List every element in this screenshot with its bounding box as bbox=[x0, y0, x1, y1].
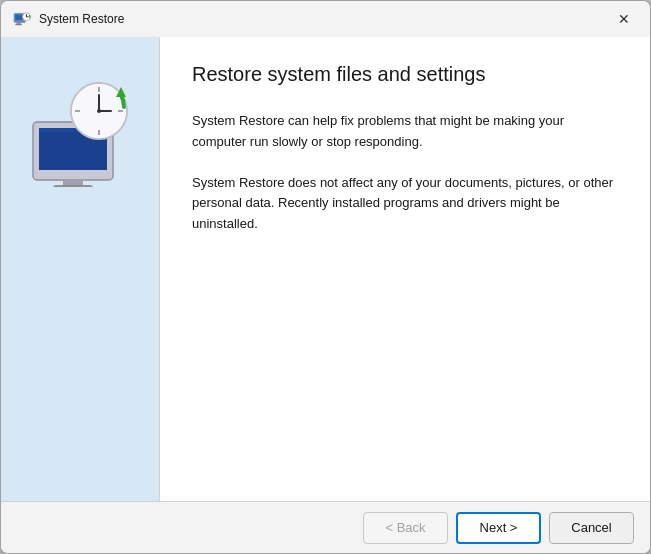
svg-rect-2 bbox=[16, 22, 21, 24]
content-area bbox=[192, 255, 618, 477]
description-block-1: System Restore can help fix problems tha… bbox=[192, 111, 618, 153]
sidebar bbox=[1, 37, 159, 501]
page-title: Restore system files and settings bbox=[192, 61, 618, 87]
window-body: Restore system files and settings System… bbox=[1, 37, 650, 501]
description-block-2: System Restore does not affect any of yo… bbox=[192, 173, 618, 235]
title-bar: System Restore ✕ bbox=[1, 1, 650, 37]
next-button[interactable]: Next > bbox=[456, 512, 541, 544]
system-restore-window: System Restore ✕ bbox=[0, 0, 651, 554]
svg-rect-3 bbox=[15, 24, 22, 25]
footer: < Back Next > Cancel bbox=[1, 501, 650, 553]
window-title: System Restore bbox=[39, 12, 610, 26]
description-text-2: System Restore does not affect any of yo… bbox=[192, 173, 618, 235]
svg-point-20 bbox=[97, 109, 101, 113]
main-content: Restore system files and settings System… bbox=[159, 37, 650, 501]
back-button[interactable]: < Back bbox=[363, 512, 448, 544]
title-bar-icon bbox=[13, 10, 31, 28]
sidebar-illustration bbox=[25, 77, 135, 187]
cancel-button[interactable]: Cancel bbox=[549, 512, 634, 544]
description-text-1: System Restore can help fix problems tha… bbox=[192, 111, 618, 153]
svg-rect-11 bbox=[53, 185, 93, 187]
close-button[interactable]: ✕ bbox=[610, 5, 638, 33]
